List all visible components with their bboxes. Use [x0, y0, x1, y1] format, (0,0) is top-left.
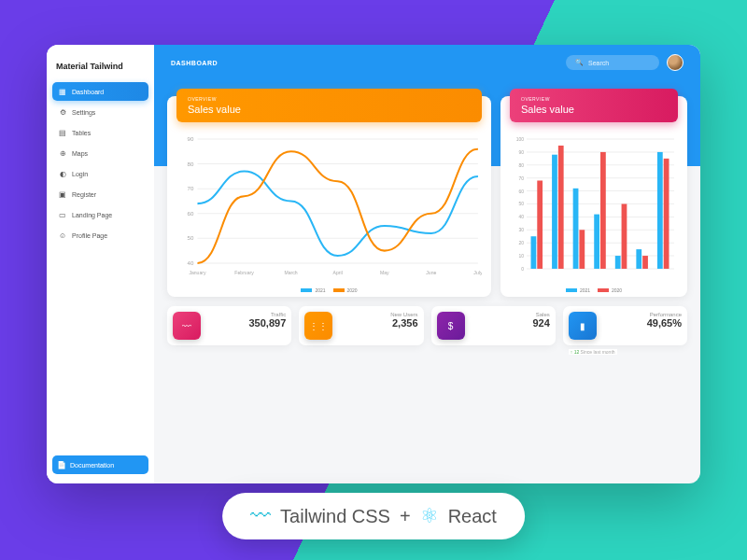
svg-rect-47: [657, 152, 663, 269]
stat-sales: $Sales924: [431, 306, 556, 345]
users-icon: ⋮⋮: [304, 312, 332, 340]
sidebar-item-label: Settings: [72, 109, 95, 116]
documentation-button[interactable]: 📄Documentation: [52, 455, 148, 474]
line-chart: 405060708090JanuaryFebruaryMarchAprilMay…: [176, 135, 482, 276]
svg-text:70: 70: [518, 175, 524, 181]
chart-icon: ▮: [569, 312, 597, 340]
promo-badge: 〰 Tailwind CSS + ⚛ React: [222, 493, 525, 539]
svg-text:March: March: [285, 270, 298, 275]
svg-text:60: 60: [188, 210, 194, 217]
breadcrumb: DASHBOARD: [171, 60, 218, 66]
svg-text:April: April: [333, 270, 343, 275]
svg-rect-48: [537, 180, 543, 268]
sidebar-item-dashboard[interactable]: ▦Dashboard: [52, 82, 148, 101]
login-icon: ◐: [59, 170, 66, 177]
map-icon: ⊕: [59, 149, 66, 157]
table-icon: ▤: [59, 129, 66, 136]
bar-chart: 0102030405060708090100: [510, 135, 678, 276]
svg-rect-41: [531, 236, 537, 269]
sidebar-item-tables[interactable]: ▤Tables: [52, 123, 148, 142]
svg-rect-50: [579, 230, 585, 269]
svg-rect-44: [594, 215, 599, 269]
sidebar-item-label: Register: [72, 191, 96, 198]
svg-text:June: June: [426, 270, 436, 275]
sidebar-item-profile[interactable]: ☺Profile Page: [52, 226, 148, 245]
chart-title: Sales value: [521, 104, 667, 115]
tailwind-icon: 〰: [250, 504, 271, 528]
nav: ▦Dashboard ⚙Settings ▤Tables ⊕Maps ◐Logi…: [52, 82, 148, 455]
svg-rect-51: [600, 152, 606, 269]
svg-rect-45: [615, 256, 621, 269]
sidebar-item-label: Tables: [72, 130, 91, 136]
promo-text-b: React: [448, 506, 497, 527]
dollar-icon: $: [437, 312, 465, 340]
svg-text:July: July: [473, 270, 482, 275]
main: DASHBOARD 🔍 OVERVIEW Sales value: [154, 45, 700, 483]
svg-text:80: 80: [188, 161, 194, 167]
svg-text:90: 90: [188, 135, 194, 142]
search-box[interactable]: 🔍: [566, 55, 659, 70]
sidebar-item-settings[interactable]: ⚙Settings: [52, 103, 148, 121]
dashboard-icon: ▦: [59, 88, 66, 95]
svg-text:30: 30: [518, 227, 524, 232]
svg-text:100: 100: [516, 136, 525, 142]
chart-legend: 2021 2020: [500, 287, 687, 293]
trend-icon: 〰: [173, 312, 201, 340]
stat-users: ⋮⋮New Users2,356: [299, 306, 423, 345]
chart-overview: OVERVIEW: [188, 96, 471, 102]
line-chart-card: OVERVIEW Sales value 405060708090January…: [167, 96, 491, 297]
svg-rect-43: [573, 189, 579, 269]
svg-text:50: 50: [188, 234, 194, 241]
sidebar-item-maps[interactable]: ⊕Maps: [52, 144, 148, 162]
stats-row: 〰Traffic350,897 ⋮⋮New Users2,356 $Sales9…: [167, 306, 687, 345]
chart-overview: OVERVIEW: [521, 96, 667, 102]
chart-header: OVERVIEW Sales value: [176, 89, 482, 122]
register-icon: ▣: [59, 190, 66, 198]
svg-rect-49: [558, 146, 564, 269]
svg-text:February: February: [234, 270, 254, 275]
chart-header: OVERVIEW Sales value: [510, 89, 678, 122]
sidebar-item-label: Maps: [72, 150, 88, 157]
search-icon: 🔍: [575, 59, 584, 66]
sidebar-item-register[interactable]: ▣Register: [52, 185, 148, 203]
chart-title: Sales value: [188, 104, 471, 115]
svg-rect-53: [642, 256, 648, 269]
sidebar-item-label: Dashboard: [72, 89, 104, 95]
promo-text-a: Tailwind CSS: [280, 506, 390, 527]
sidebar-item-landing[interactable]: ▭Landing Page: [52, 205, 148, 224]
brand-title: Material Tailwind: [52, 54, 148, 82]
svg-text:60: 60: [518, 189, 524, 194]
svg-rect-54: [664, 159, 669, 269]
bar-chart-card: OVERVIEW Sales value 0102030405060708090…: [500, 96, 687, 297]
svg-text:January: January: [189, 270, 206, 275]
svg-text:40: 40: [518, 214, 524, 219]
sidebar-item-label: Landing Page: [72, 212, 112, 218]
sidebar-item-login[interactable]: ◐Login: [52, 164, 148, 183]
svg-text:0: 0: [521, 266, 524, 272]
sidebar-item-label: Profile Page: [72, 232, 107, 239]
content: OVERVIEW Sales value 405060708090January…: [154, 166, 700, 483]
stat-performance: ▮Performance49,65%↑ 12 Since last month: [563, 306, 687, 345]
landing-icon: ▭: [59, 211, 66, 218]
doc-label: Documentation: [70, 462, 114, 469]
svg-text:50: 50: [518, 201, 524, 206]
search-input[interactable]: [588, 60, 650, 66]
react-icon: ⚛: [420, 504, 439, 528]
sidebar-item-label: Login: [72, 171, 88, 177]
svg-rect-46: [636, 249, 641, 269]
svg-text:10: 10: [518, 253, 524, 259]
promo-plus: +: [400, 506, 411, 527]
stat-delta: ↑ 12 Since last month: [569, 349, 617, 355]
svg-text:20: 20: [518, 240, 524, 245]
svg-rect-42: [552, 155, 557, 269]
chart-legend: 2021 2020: [167, 287, 491, 293]
svg-rect-52: [622, 203, 627, 268]
document-icon: 📄: [58, 461, 65, 469]
svg-text:May: May: [380, 270, 389, 275]
svg-text:40: 40: [188, 259, 194, 266]
avatar[interactable]: [667, 54, 684, 71]
app-window: Material Tailwind ▦Dashboard ⚙Settings ▤…: [47, 45, 700, 483]
sidebar: Material Tailwind ▦Dashboard ⚙Settings ▤…: [47, 45, 154, 483]
svg-text:70: 70: [188, 185, 194, 191]
svg-text:90: 90: [518, 149, 524, 155]
